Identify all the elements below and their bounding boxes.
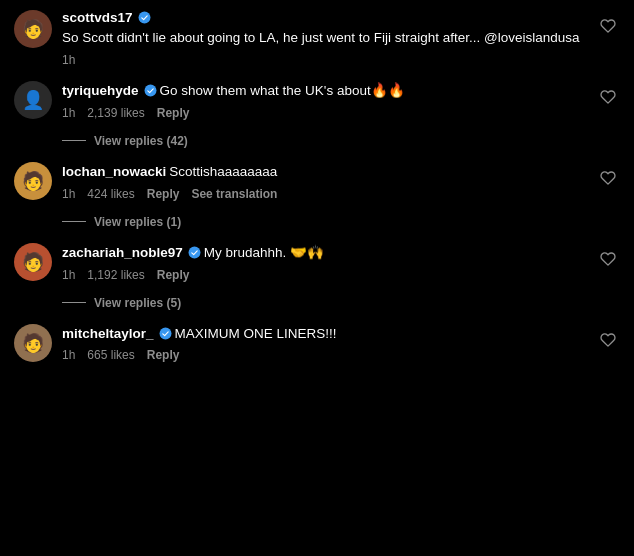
reply-button[interactable]: Reply [147,187,180,201]
comment-item: 🧑 scottvds17 So Scott didn't lie about g… [14,10,620,67]
comment-text: Scottishaaaaaaaa [169,163,277,182]
comment-text: MAXIMUM ONE LINERS!!! [175,325,337,344]
comment-username[interactable]: mitcheltaylor_ [62,326,154,341]
avatar-image: 🧑 [14,10,52,48]
view-replies-row[interactable]: View replies (1) [62,215,620,229]
avatar: 🧑 [14,162,52,200]
comment-username[interactable]: scottvds17 [62,10,133,25]
heart-icon [600,332,616,348]
comment-header: mitcheltaylor_ MAXIMUM ONE LINERS!!! [62,324,620,344]
comment-meta: 1h665 likesReply [62,348,620,362]
comment-username[interactable]: tyriquehyde [62,83,139,98]
comment-text: My brudahhh. 🤝🙌 [204,244,324,263]
heart-icon [600,18,616,34]
comment-text: Go show them what the UK's about🔥🔥 [160,82,405,101]
comment-time: 1h [62,268,75,282]
comment-likes: 2,139 likes [87,106,144,120]
svg-point-1 [144,85,156,97]
verified-icon [159,327,172,340]
avatar: 🧑 [14,10,52,48]
comment-meta: 1h2,139 likesReply [62,106,620,120]
reply-button[interactable]: Reply [147,348,180,362]
comment-time: 1h [62,53,75,67]
avatar-image: 🧑 [14,162,52,200]
comment-meta: 1h424 likesReplySee translation [62,187,620,201]
avatar: 🧑 [14,243,52,281]
comment-time: 1h [62,348,75,362]
comment-body: lochan_nowacki Scottishaaaaaaaa 1h424 li… [62,162,620,201]
like-button[interactable] [596,14,620,41]
like-button[interactable] [596,85,620,112]
comment-header: scottvds17 So Scott didn't lie about goi… [62,10,620,48]
like-button[interactable] [596,166,620,193]
view-replies-text: View replies (1) [94,215,181,229]
replies-line [62,140,86,141]
replies-line [62,221,86,222]
comment-body: tyriquehyde Go show them what the UK's a… [62,81,620,120]
comment-item: 👤 tyriquehyde Go show them what the UK's… [14,81,620,120]
comment-username[interactable]: lochan_nowacki [62,164,166,179]
reply-button[interactable]: Reply [157,106,190,120]
svg-point-3 [159,328,171,340]
verified-icon [144,84,157,97]
verified-icon [138,11,151,24]
comment-item: 🧑 mitcheltaylor_ MAXIMUM ONE LINERS!!! 1… [14,324,620,363]
comment-likes: 665 likes [87,348,134,362]
comments-list: 🧑 scottvds17 So Scott didn't lie about g… [0,0,634,386]
avatar: 👤 [14,81,52,119]
view-replies-text: View replies (5) [94,296,181,310]
view-replies-row[interactable]: View replies (5) [62,296,620,310]
heart-icon [600,89,616,105]
reply-button[interactable]: Reply [157,268,190,282]
comment-username[interactable]: zachariah_noble97 [62,245,183,260]
heart-icon [600,170,616,186]
comment-meta: 1h1,192 likesReply [62,268,620,282]
heart-icon [600,251,616,267]
avatar-image: 🧑 [14,243,52,281]
see-translation-button[interactable]: See translation [191,187,277,201]
comment-meta: 1h [62,53,620,67]
verified-icon [188,246,201,259]
comment-body: scottvds17 So Scott didn't lie about goi… [62,10,620,67]
comment-header: tyriquehyde Go show them what the UK's a… [62,81,620,101]
replies-line [62,302,86,303]
comment-header: lochan_nowacki Scottishaaaaaaaa [62,162,620,182]
comment-likes: 1,192 likes [87,268,144,282]
comment-likes: 424 likes [87,187,134,201]
comment-body: zachariah_noble97 My brudahhh. 🤝🙌 1h1,19… [62,243,620,282]
avatar-image: 🧑 [14,324,52,362]
like-button[interactable] [596,328,620,355]
comment-header: zachariah_noble97 My brudahhh. 🤝🙌 [62,243,620,263]
comment-item: 🧑 lochan_nowacki Scottishaaaaaaaa 1h424 … [14,162,620,201]
view-replies-text: View replies (42) [94,134,188,148]
comment-body: mitcheltaylor_ MAXIMUM ONE LINERS!!! 1h6… [62,324,620,363]
comment-text: So Scott didn't lie about going to LA, h… [62,29,580,48]
svg-point-0 [138,12,150,24]
avatar-image: 👤 [14,81,52,119]
comment-item: 🧑 zachariah_noble97 My brudahhh. 🤝🙌 1h1,… [14,243,620,282]
view-replies-row[interactable]: View replies (42) [62,134,620,148]
comment-time: 1h [62,106,75,120]
svg-point-2 [188,247,200,259]
comment-time: 1h [62,187,75,201]
avatar: 🧑 [14,324,52,362]
like-button[interactable] [596,247,620,274]
